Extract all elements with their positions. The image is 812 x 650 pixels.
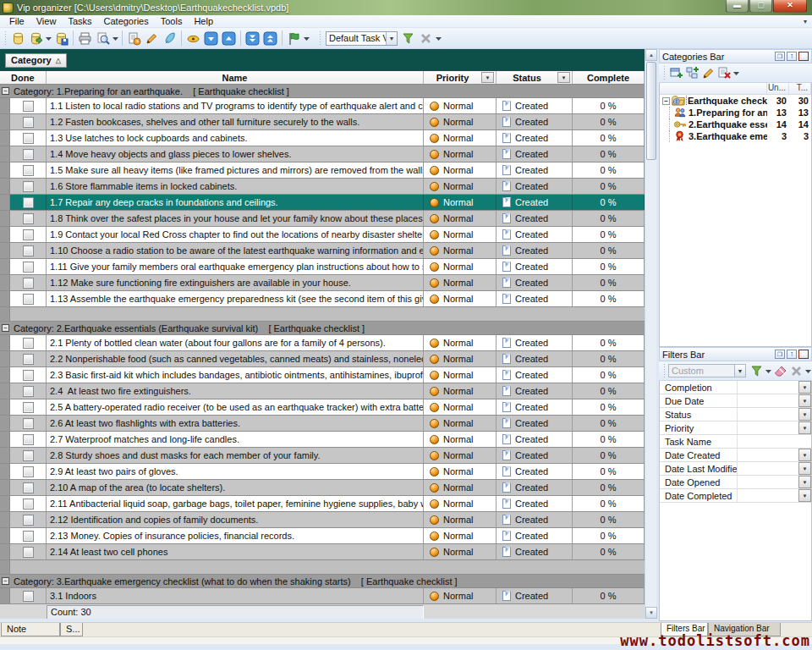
add-category-icon[interactable] xyxy=(668,65,684,81)
dropdown-caret-icon[interactable] xyxy=(303,30,310,47)
column-header-status[interactable]: Status▼ xyxy=(497,71,573,84)
task-row[interactable]: 1.6 Store flammable items in locked cabi… xyxy=(0,179,645,195)
task-row[interactable]: 2.13 Money. Copies of insurance policies… xyxy=(0,528,645,544)
column-header-name[interactable]: Name xyxy=(47,71,424,84)
task-row[interactable]: 1.4 Move heavy objects and glass pieces … xyxy=(0,146,645,162)
filter-value[interactable] xyxy=(738,449,798,461)
collapse-icon[interactable]: − xyxy=(2,324,9,332)
task-done-checkbox[interactable] xyxy=(23,370,34,381)
move-to-bottom-icon[interactable] xyxy=(244,30,261,47)
task-row[interactable]: 2.11 Antibacterial liquid soap, garbage … xyxy=(0,496,645,512)
apply-task-view-icon[interactable] xyxy=(399,30,417,47)
dropdown-caret-icon[interactable] xyxy=(112,30,119,47)
highlight-eye-icon[interactable] xyxy=(184,30,202,47)
tab-note[interactable]: Note xyxy=(1,623,60,636)
task-done-checkbox[interactable] xyxy=(23,591,34,602)
flag-icon[interactable] xyxy=(285,30,303,47)
menu-overflow-icon[interactable]: ▾ xyxy=(804,18,807,25)
filter-value[interactable] xyxy=(738,408,798,421)
task-row[interactable]: 1.12 Make sure functioning fire extingui… xyxy=(0,275,645,291)
menu-file[interactable]: File xyxy=(3,15,30,28)
print-preview-icon[interactable] xyxy=(94,30,112,47)
filter-preset-combo[interactable]: Custom ▼ xyxy=(668,364,746,377)
filter-value[interactable] xyxy=(738,421,798,434)
task-row[interactable]: 2.2 Nonperishable food (such as canned v… xyxy=(0,351,645,367)
erase-filter-icon[interactable] xyxy=(772,363,788,379)
task-view-combo[interactable]: Default Task V ▼ xyxy=(326,31,398,46)
task-done-checkbox[interactable] xyxy=(23,354,34,365)
task-done-checkbox[interactable] xyxy=(23,418,34,429)
clear-filter-icon[interactable] xyxy=(788,363,804,379)
close-panel-icon[interactable]: ✕ xyxy=(798,52,809,61)
grid-vertical-scrollbar[interactable]: ▲ ▼ xyxy=(645,49,656,619)
tree-item-category[interactable]: 3.Earthquake emerge 3 3 xyxy=(660,130,811,142)
task-done-checkbox[interactable] xyxy=(23,434,34,445)
chevron-down-icon[interactable]: ▼ xyxy=(734,365,745,377)
scroll-down-arrow[interactable]: ▼ xyxy=(645,607,657,619)
task-row[interactable]: 2.14 At least two cell phones Normal Cre… xyxy=(0,544,645,560)
task-row[interactable]: 2.7 Waterproof matches and long-life can… xyxy=(0,432,645,448)
toolbar-grip[interactable] xyxy=(4,30,7,46)
apply-filter-icon[interactable] xyxy=(749,363,765,379)
filter-value[interactable] xyxy=(738,435,811,448)
task-done-checkbox[interactable] xyxy=(23,245,34,256)
pin-icon[interactable]: ⊺ xyxy=(787,350,797,359)
category-group-row[interactable]: − Category: 1.Preparing for an earthquak… xyxy=(0,85,645,98)
task-row[interactable]: 1.9 Contact your local Red Cross chapter… xyxy=(0,227,645,243)
task-done-checkbox[interactable] xyxy=(23,149,34,160)
category-group-row[interactable]: − Category: 2.Earthquake essentials (Ear… xyxy=(0,322,645,335)
task-done-checkbox[interactable] xyxy=(23,386,34,397)
menu-view[interactable]: View xyxy=(30,15,63,28)
task-done-checkbox[interactable] xyxy=(23,181,34,192)
menu-tasks[interactable]: Tasks xyxy=(62,15,97,28)
task-done-checkbox[interactable] xyxy=(23,402,34,413)
collapse-icon[interactable]: − xyxy=(662,97,670,105)
task-row[interactable]: 2.1 Plenty of bottled clean water (about… xyxy=(0,335,645,351)
chevron-down-icon[interactable]: ▼ xyxy=(798,489,811,502)
task-done-checkbox[interactable] xyxy=(23,229,34,240)
open-database-icon[interactable] xyxy=(27,30,45,47)
task-done-checkbox[interactable] xyxy=(23,165,34,176)
task-done-checkbox[interactable] xyxy=(23,133,34,144)
chevron-down-icon[interactable]: ▼ xyxy=(798,394,811,407)
task-done-checkbox[interactable] xyxy=(23,278,34,289)
scrollbar-thumb[interactable] xyxy=(646,62,656,160)
task-row[interactable]: 1.13 Assemble the earthquake emergency p… xyxy=(0,291,645,307)
task-row[interactable]: 1.10 Choose a radio station to be aware … xyxy=(0,243,645,259)
save-database-icon[interactable] xyxy=(52,30,70,47)
chevron-down-icon[interactable]: ▼ xyxy=(798,408,811,421)
task-row[interactable]: 2.5 A battery-operated radio receiver (t… xyxy=(0,399,645,416)
column-header-done[interactable]: Done xyxy=(0,71,47,84)
filter-value[interactable] xyxy=(738,489,798,502)
task-done-checkbox[interactable] xyxy=(23,450,34,461)
priority-filter-dropdown[interactable]: ▼ xyxy=(481,72,494,83)
filter-value[interactable] xyxy=(738,476,798,488)
task-row[interactable]: 2.8 Sturdy shoes and dust masks for each… xyxy=(0,448,645,464)
task-row[interactable]: 1.8 Think over the safest places in your… xyxy=(0,211,645,227)
task-row[interactable]: 2.9 At least two pairs of gloves. Normal… xyxy=(0,464,645,480)
new-database-icon[interactable] xyxy=(9,30,27,47)
task-row[interactable]: 1.3 Use latches to lock cupboards and ca… xyxy=(0,130,645,146)
filter-value[interactable] xyxy=(738,462,798,475)
task-row[interactable]: 2.10 A map of the area (to locate shelte… xyxy=(0,480,645,496)
move-up-icon[interactable] xyxy=(220,30,238,47)
dropdown-caret-icon[interactable] xyxy=(732,64,740,82)
close-button[interactable]: ✕ xyxy=(773,0,807,13)
add-subcategory-icon[interactable] xyxy=(684,65,700,81)
task-done-checkbox[interactable] xyxy=(23,262,34,273)
task-done-checkbox[interactable] xyxy=(23,547,34,558)
group-by-category-button[interactable]: Category △ xyxy=(5,53,67,68)
task-done-checkbox[interactable] xyxy=(23,531,34,542)
task-row[interactable]: 2.3 Basic first-aid kit which includes b… xyxy=(0,367,645,383)
menu-categories[interactable]: Categories xyxy=(98,15,155,28)
move-to-top-icon[interactable] xyxy=(261,30,279,47)
task-done-checkbox[interactable] xyxy=(23,482,34,493)
close-panel-icon[interactable]: ✕ xyxy=(798,350,809,359)
task-done-checkbox[interactable] xyxy=(23,197,34,208)
undock-icon[interactable]: ❐ xyxy=(775,52,785,61)
undock-icon[interactable]: ❐ xyxy=(775,350,785,359)
task-done-checkbox[interactable] xyxy=(23,515,34,526)
status-filter-dropdown[interactable]: ▼ xyxy=(557,72,570,83)
chevron-down-icon[interactable]: ▼ xyxy=(798,462,811,475)
filter-value[interactable] xyxy=(738,381,798,394)
